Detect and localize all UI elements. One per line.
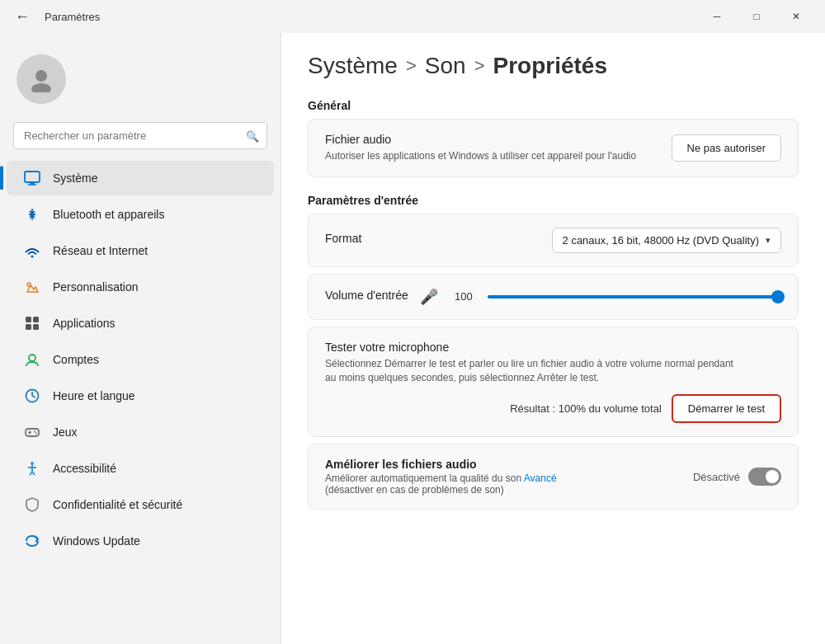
main-content: Système > Son > Propriétés Général Fichi… (280, 33, 825, 644)
volume-slider-fill (488, 295, 778, 298)
search-icon: 🔍 (246, 129, 259, 142)
fichier-audio-info: Fichier audio Autoriser les applications… (325, 133, 636, 163)
breadcrumb-part3: Propriétés (493, 53, 607, 79)
monitor-icon (23, 169, 41, 187)
sidebar-item-heure[interactable]: Heure et langue (7, 378, 274, 413)
breadcrumb-part2: Son (425, 53, 466, 79)
app-title: Paramètres (45, 11, 100, 23)
ameliorer-toggle[interactable] (748, 468, 781, 486)
format-label: Format (325, 232, 361, 245)
accessibility-icon (23, 459, 41, 477)
accounts-icon (23, 350, 41, 369)
svg-rect-2 (25, 172, 40, 182)
svg-line-15 (32, 396, 35, 397)
sidebar-label-comptes: Comptes (53, 353, 99, 366)
sidebar-item-confidentialite[interactable]: Confidentialité et sécurité (7, 487, 274, 522)
user-avatar (0, 41, 280, 120)
volume-slider-thumb[interactable] (771, 290, 785, 303)
sidebar-label-jeux: Jeux (53, 425, 78, 439)
format-dropdown[interactable]: 2 canaux, 16 bit, 48000 Hz (DVD Quality)… (552, 228, 781, 253)
title-bar-left: ← Paramètres (10, 7, 100, 27)
sidebar-item-bluetooth[interactable]: Bluetooth et appareils (7, 197, 274, 232)
bluetooth-icon (23, 205, 41, 223)
svg-rect-8 (26, 317, 31, 322)
maximize-button[interactable]: □ (738, 3, 776, 30)
privacy-icon (23, 496, 41, 514)
app-layout: 🔍 Système Bluetooth et appareil (0, 33, 825, 644)
search-input[interactable] (13, 122, 267, 149)
search-box: 🔍 (13, 122, 267, 149)
volume-number: 100 (450, 290, 473, 303)
microphone-icon: 🎤 (420, 288, 438, 306)
svg-rect-9 (33, 317, 39, 322)
fichier-audio-title: Fichier audio (325, 133, 636, 146)
personalization-icon (23, 278, 41, 296)
back-button[interactable]: ← (10, 7, 35, 27)
ameliorer-desc-suffix: (désactiver en cas de problèmes de son) (325, 484, 504, 496)
time-icon (23, 387, 41, 405)
ameliorer-desc: Améliorer automatiquement la qualité du … (325, 472, 557, 496)
close-button[interactable]: ✕ (777, 3, 815, 30)
ameliorer-right: Désactivé (693, 468, 781, 486)
avance-link[interactable]: Avancé (524, 472, 557, 484)
sidebar-item-apps[interactable]: Applications (7, 306, 274, 341)
sidebar-label-acces: Accessibilité (53, 462, 116, 475)
volume-row: Volume d'entrée 🎤 100 (325, 288, 781, 306)
toggle-label: Désactivé (693, 471, 740, 483)
sidebar-label-perso: Personnalisation (53, 280, 139, 294)
breadcrumb-sep2: > (474, 55, 485, 77)
ameliorer-card: Améliorer les fichiers audio Améliorer a… (308, 444, 799, 510)
format-card: Format 2 canaux, 16 bit, 48000 Hz (DVD Q… (308, 214, 799, 267)
gaming-icon (23, 423, 41, 441)
fichier-audio-row: Fichier audio Autoriser les applications… (325, 133, 781, 163)
breadcrumb-part1: Système (308, 53, 398, 79)
svg-point-12 (29, 355, 35, 361)
sidebar-label-bluetooth: Bluetooth et appareils (53, 208, 164, 221)
svg-point-21 (31, 462, 34, 465)
format-row: Format 2 canaux, 16 bit, 48000 Hz (DVD Q… (325, 228, 781, 253)
general-section-title: Général (308, 99, 799, 112)
sidebar-item-update[interactable]: Windows Update (7, 524, 274, 558)
ameliorer-desc-text: Améliorer automatiquement la qualité du … (325, 472, 521, 484)
svg-line-25 (32, 472, 35, 475)
sidebar-item-systeme[interactable]: Système (7, 161, 274, 195)
volume-slider-track (488, 295, 778, 298)
avatar (16, 54, 66, 104)
breadcrumb-sep1: > (406, 55, 417, 77)
volume-card: Volume d'entrée 🎤 100 (308, 274, 799, 320)
sidebar-item-jeux[interactable]: Jeux (7, 415, 274, 449)
svg-rect-11 (33, 324, 39, 330)
demarrer-test-button[interactable]: Démarrer le test (672, 394, 781, 423)
svg-point-6 (31, 256, 34, 258)
sidebar-item-perso[interactable]: Personnalisation (7, 270, 274, 304)
ameliorer-row: Améliorer les fichiers audio Améliorer a… (325, 458, 781, 496)
svg-rect-16 (26, 429, 39, 436)
title-bar: ← Paramètres ─ □ ✕ (0, 0, 825, 33)
entree-section-title: Paramètres d'entrée (308, 194, 799, 207)
result-text: Résultat : 100% du volume total (510, 402, 662, 415)
tester-desc: Sélectionnez Démarrer le test et parler … (325, 357, 738, 385)
svg-point-19 (34, 431, 35, 433)
breadcrumb: Système > Son > Propriétés (308, 53, 799, 79)
svg-point-7 (27, 283, 31, 286)
toggle-thumb (766, 470, 779, 483)
sidebar: 🔍 Système Bluetooth et appareil (0, 33, 280, 644)
sidebar-label-reseau: Réseau et Internet (53, 244, 148, 257)
sidebar-item-reseau[interactable]: Réseau et Internet (7, 233, 274, 268)
sidebar-label-heure: Heure et langue (53, 389, 135, 402)
volume-label: Volume d'entrée (325, 289, 408, 302)
title-bar-controls: ─ □ ✕ (698, 3, 815, 30)
ne-pas-autoriser-button[interactable]: Ne pas autoriser (672, 134, 781, 162)
test-row: Résultat : 100% du volume total Démarrer… (325, 394, 781, 423)
fichier-audio-card: Fichier audio Autoriser les applications… (308, 119, 799, 177)
sidebar-item-acces[interactable]: Accessibilité (7, 451, 274, 486)
sidebar-item-comptes[interactable]: Comptes (7, 342, 274, 377)
tester-microphone-card: Tester votre microphone Sélectionnez Dém… (308, 327, 799, 438)
svg-point-1 (31, 83, 51, 92)
sidebar-label-systeme: Système (53, 172, 97, 185)
format-value: 2 canaux, 16 bit, 48000 Hz (DVD Quality) (563, 234, 759, 247)
svg-rect-10 (26, 324, 31, 330)
sidebar-label-update: Windows Update (53, 534, 140, 548)
sidebar-label-apps: Applications (53, 317, 116, 330)
minimize-button[interactable]: ─ (698, 3, 736, 30)
